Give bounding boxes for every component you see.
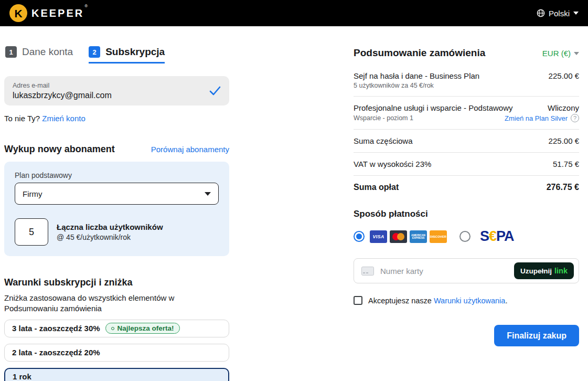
step-1-badge: 1 — [5, 46, 17, 58]
keeper-logo-icon: K — [9, 4, 27, 22]
visa-icon: VISA — [370, 230, 387, 243]
best-offer-badge: Najlepsza oferta! — [105, 323, 180, 334]
help-question-icon[interactable]: ? — [571, 114, 579, 122]
chevron-down-icon — [205, 192, 211, 196]
base-plan-selected-value: Firmy — [23, 189, 42, 198]
item-price: 225.00 € — [549, 71, 579, 80]
total-label: Suma opłat — [354, 183, 399, 192]
vat-label: VAT w wysokości 23% — [354, 160, 431, 168]
top-bar: K KEEPER® Polski — [0, 0, 588, 26]
payment-methods: VISA AMERICAN EXPRESS DISCOVER S€PA — [354, 228, 579, 245]
currency-selector[interactable]: EUR (€) — [542, 49, 579, 58]
users-rate-label: @ 45 €/użytkownik/rok — [57, 233, 163, 241]
card-number-input[interactable] — [380, 267, 508, 276]
total-row: Suma opłat 276.75 € — [354, 176, 579, 192]
payment-section-title: Sposób płatności — [354, 209, 579, 219]
keeper-wordmark: KEEPER® — [31, 7, 87, 19]
order-summary-title: Podsumowanie zamówienia — [354, 47, 485, 59]
subtotal-label: Suma częściowa — [354, 136, 413, 145]
not-you-text: To nie Ty? — [4, 114, 40, 123]
mastercard-icon — [390, 230, 407, 243]
item-name: Profesjonalne usługi i wsparcie - Podsta… — [354, 103, 512, 112]
currency-label: EUR (€) — [542, 49, 571, 58]
term-option-label: 2 lata - zaoszczędź 20% — [12, 348, 100, 357]
step-1-label: Dane konta — [22, 46, 73, 58]
card-payment-radio-selected[interactable] — [354, 231, 365, 242]
total-value: 276.75 € — [547, 183, 579, 192]
terms-text: Akceptujesz nasze Warunki użytkowania. — [368, 297, 507, 305]
discover-icon: DISCOVER — [430, 230, 447, 243]
subscription-term-options: 3 lata - zaoszczędź 30% Najlepsza oferta… — [4, 320, 229, 381]
keeper-logo[interactable]: K KEEPER® — [9, 4, 87, 22]
discount-section-title: Warunki subskrypcji i zniżka — [4, 277, 132, 288]
user-count-input[interactable] — [15, 218, 48, 246]
subtotal-row: Suma częściowa 225.00 € — [354, 130, 579, 145]
finalize-purchase-button[interactable]: Finalizuj zakup — [494, 325, 579, 346]
divider — [354, 96, 579, 97]
summary-item-support: Profesjonalne usługi i wsparcie - Podsta… — [354, 103, 579, 122]
order-summary-column: Podsumowanie zamówienia EUR (€) Sejf na … — [354, 46, 579, 346]
best-offer-badge-label: Najlepsza oferta! — [117, 324, 174, 332]
checkout-left-column: 1 Dane konta 2 Subskrypcja Adres e-mail … — [4, 46, 229, 381]
vat-row: VAT w wysokości 23% 51.75 € — [354, 153, 579, 168]
step-2-label: Subskrypcja — [105, 46, 165, 58]
step-dane-konta[interactable]: 1 Dane konta — [5, 46, 73, 62]
email-label: Adres e-mail — [13, 82, 112, 89]
chevron-down-icon — [574, 52, 579, 55]
amex-icon: AMERICAN EXPRESS — [410, 230, 427, 243]
item-detail: 5 użytkowników za 45 €/rok — [354, 82, 579, 89]
item-price: Wliczony — [548, 103, 579, 112]
terms-accept-row: Akceptujesz nasze Warunki użytkowania. — [354, 296, 579, 305]
subtotal-value: 225.00 € — [549, 136, 579, 145]
link-brand-label: link — [554, 267, 568, 275]
item-name: Sejf na hasła i dane - Business Plan — [354, 71, 479, 80]
globe-icon — [537, 9, 545, 17]
vat-value: 51.75 € — [553, 160, 579, 168]
users-total-label: Łączna liczba użytkowników — [57, 223, 163, 231]
chevron-down-icon — [573, 12, 579, 15]
plan-section-title: Wykup nowy abonament — [4, 144, 115, 155]
user-count-caption: Łączna liczba użytkowników @ 45 €/użytko… — [57, 223, 163, 241]
credit-card-icon — [361, 267, 374, 276]
base-plan-label: Plan podstawowy — [15, 171, 219, 179]
term-option-1-year-selected[interactable]: 1 rok — [4, 368, 229, 381]
checkout-steps: 1 Dane konta 2 Subskrypcja — [4, 46, 229, 64]
email-display-field: Adres e-mail lukaszbrzykcy@gmail.com — [4, 76, 229, 105]
badge-dot-icon — [111, 327, 114, 330]
not-you-line: To nie Ty? Zmień konto — [4, 114, 229, 123]
card-brand-icons: VISA AMERICAN EXPRESS DISCOVER — [370, 230, 447, 243]
term-option-3-years[interactable]: 3 lata - zaoszczędź 30% Najlepsza oferta… — [4, 320, 229, 337]
checkmark-icon — [209, 86, 221, 96]
compare-plans-link[interactable]: Porównaj abonamenty — [151, 145, 229, 154]
change-to-silver-link[interactable]: Zmień na Plan Silver — [505, 114, 568, 122]
sepa-payment-radio[interactable] — [459, 231, 471, 242]
language-selector[interactable]: Polski — [537, 9, 579, 18]
plan-panel: Plan podstawowy Firmy Łączna liczba użyt… — [4, 162, 229, 256]
step-2-badge: 2 — [89, 46, 100, 58]
email-value: lukaszbrzykcy@gmail.com — [13, 91, 112, 100]
terms-checkbox[interactable] — [354, 296, 362, 305]
term-option-label: 1 rok — [13, 372, 31, 381]
discount-description: Zniżka zastosowana do wszystkich element… — [4, 293, 224, 314]
term-option-label: 3 lata - zaoszczędź 30% — [12, 324, 100, 333]
change-account-link[interactable]: Zmień konto — [42, 114, 85, 123]
link-autofill-button[interactable]: Uzupełnij link — [514, 262, 574, 279]
sepa-logo: S€PA — [480, 228, 514, 245]
item-detail: Wsparcie - poziom 1 — [354, 114, 413, 122]
summary-item-vault: Sejf na hasła i dane - Business Plan 225… — [354, 71, 579, 89]
language-label: Polski — [549, 9, 570, 18]
terms-of-use-link[interactable]: Warunki użytkowania — [434, 297, 505, 305]
base-plan-select[interactable]: Firmy — [15, 183, 219, 205]
term-option-2-years[interactable]: 2 lata - zaoszczędź 20% — [4, 344, 229, 362]
card-number-field: Uzupełnij link — [354, 258, 579, 283]
step-subskrypcja-active[interactable]: 2 Subskrypcja — [89, 46, 165, 64]
